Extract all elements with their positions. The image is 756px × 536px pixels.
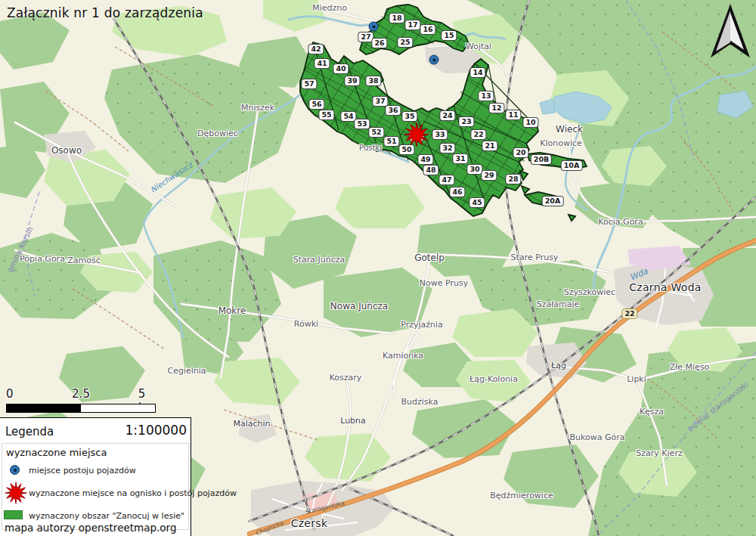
legend-section-title: wyznaczone miejsca xyxy=(6,447,107,458)
map-attribution: mapa autorzy openstreetmap.org xyxy=(5,522,176,534)
compartment-label: 16 xyxy=(420,24,435,35)
compartment-label: 29 xyxy=(481,170,497,181)
compartment-label: 52 xyxy=(368,127,384,138)
compartment-label: 36 xyxy=(385,105,401,116)
map-attachment: Załącznik nr 1 do zarządzenia MiedznoWoj… xyxy=(0,0,756,536)
compartment-label: 24 xyxy=(439,110,455,121)
scale-bar-fill xyxy=(7,404,81,412)
compartment-label: 20B xyxy=(531,154,552,165)
legend-group: wyznaczone miejsca miejsce postoju pojaz… xyxy=(2,443,189,530)
north-arrow-icon xyxy=(709,4,751,61)
compartment-label: 25 xyxy=(397,37,413,48)
scale-tick-0: 0 xyxy=(6,387,14,401)
compartment-label: 47 xyxy=(438,175,454,185)
compartment-label: 21 xyxy=(482,141,497,151)
road-ref-badge: 22 xyxy=(621,308,637,319)
scale-bar-track xyxy=(6,404,156,413)
legend-panel: Legenda 1:100000 wyznaczone miejsca miej… xyxy=(0,417,191,536)
compartment-label: 13 xyxy=(478,91,494,101)
compartment-label: 56 xyxy=(308,99,324,110)
compartment-label: 15 xyxy=(441,30,457,41)
compartment-label: 28 xyxy=(505,174,521,184)
compartment-label: 48 xyxy=(423,165,438,175)
compartment-label: 46 xyxy=(449,187,465,197)
compartment-label: 39 xyxy=(344,76,360,86)
legend-item-parking: miejsce postoju pojazdów xyxy=(2,462,188,479)
compartment-label: 18 xyxy=(389,13,404,23)
compartment-label: 20 xyxy=(513,147,528,158)
compartment-label: 17 xyxy=(404,20,420,30)
page-title: Załącznik nr 1 do zarządzenia xyxy=(7,5,203,20)
legend-item-bonfire: wyznaczone miejsce na ognisko i postój p… xyxy=(2,480,188,506)
legend-scale: 1:100000 xyxy=(125,423,187,438)
compartment-label: 35 xyxy=(401,111,417,122)
compartment-label: 10A xyxy=(561,160,583,171)
compartment-label: 53 xyxy=(354,119,370,129)
compartment-label: 41 xyxy=(314,58,330,69)
compartment-label: 51 xyxy=(383,136,399,147)
compartment-label: 12 xyxy=(488,103,504,113)
compartment-label: 55 xyxy=(318,110,334,120)
bonfire-star-icon xyxy=(4,481,28,505)
compartment-label: 42 xyxy=(308,44,324,54)
compartment-label: 23 xyxy=(458,116,474,127)
area-swatch-icon xyxy=(4,510,23,519)
compartment-label: 14 xyxy=(469,67,485,78)
compartment-label: 11 xyxy=(505,110,521,120)
parking-dot-icon xyxy=(10,465,20,475)
compartment-label: 20A xyxy=(542,196,564,206)
parking-marker-icon xyxy=(429,55,439,65)
compartment-label: 31 xyxy=(452,153,468,164)
compartment-label: 38 xyxy=(365,76,381,86)
compartment-label: 10 xyxy=(522,117,538,128)
compartment-label: 40 xyxy=(333,64,349,74)
compartment-label: 22 xyxy=(470,129,486,140)
compartment-label: 49 xyxy=(417,154,433,165)
compartment-label: 32 xyxy=(439,143,455,153)
compartment-label: 33 xyxy=(432,129,448,140)
legend-title: Legenda xyxy=(5,425,54,438)
compartment-label: 26 xyxy=(371,38,387,48)
bonfire-star-icon xyxy=(403,121,430,151)
scale-bar: 0 2.5 5 km xyxy=(5,386,171,417)
parking-marker-icon xyxy=(369,22,379,32)
compartment-label: 45 xyxy=(469,197,485,208)
compartment-label: 57 xyxy=(301,79,317,89)
scale-tick-mid: 2.5 xyxy=(72,387,90,401)
